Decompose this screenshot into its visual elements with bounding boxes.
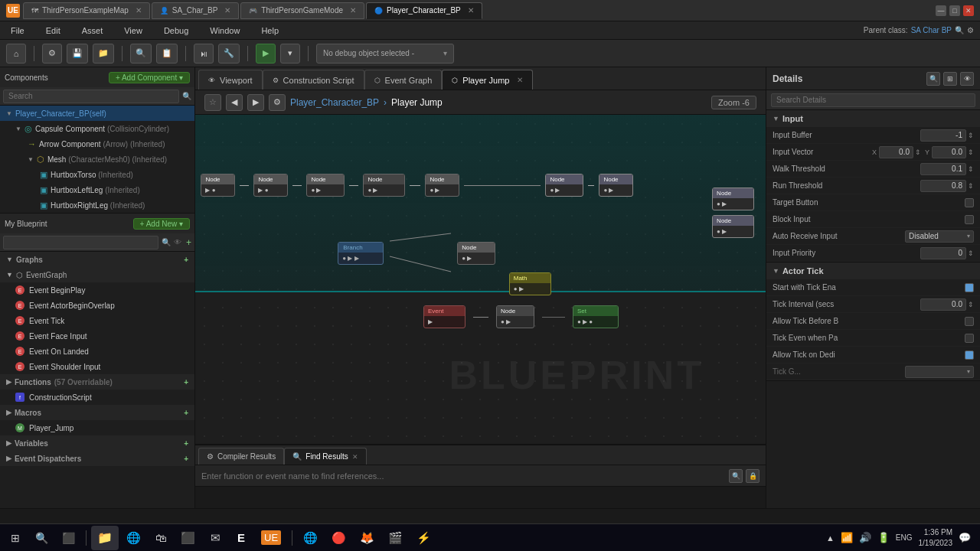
variables-section-title[interactable]: ▶ Variables + bbox=[0, 435, 194, 451]
favorite-button[interactable]: ☆ bbox=[204, 94, 221, 111]
self-item[interactable]: ▼ Player_Character_BP(self) bbox=[0, 106, 194, 121]
find-button[interactable]: 🔍 bbox=[130, 44, 152, 64]
arrow-component-item[interactable]: → Arrow Component (Arrow) (Inherited) bbox=[0, 136, 194, 152]
rt-spinner[interactable]: ⇕ bbox=[968, 182, 974, 190]
blueprint-settings[interactable]: 📋 bbox=[156, 44, 178, 64]
node-right-1[interactable]: Node ● ▶ bbox=[712, 187, 754, 210]
tick-paused-checkbox[interactable] bbox=[965, 334, 974, 343]
tab-gm-close[interactable]: ✕ bbox=[350, 6, 356, 15]
node-1[interactable]: Node ▶ ● bbox=[201, 174, 235, 197]
mac-add-icon[interactable]: + bbox=[184, 409, 188, 417]
settings-button[interactable]: ⚙ bbox=[269, 94, 286, 111]
start-tick-checkbox[interactable] bbox=[965, 283, 974, 292]
chrome-btn[interactable]: 🌐 bbox=[297, 526, 324, 550]
browse-button[interactable]: 📁 bbox=[93, 44, 114, 64]
tick-dedicated-checkbox[interactable] bbox=[965, 350, 974, 360]
node-3[interactable]: Node ● ▶ bbox=[306, 174, 345, 197]
blueprint-canvas[interactable]: Node ▶ ● Node ▶ ● Node ● ▶ bbox=[195, 115, 766, 444]
menu-debug[interactable]: Debug bbox=[159, 24, 193, 37]
tab-map[interactable]: 🗺 ThirdPersonExampleMap ✕ bbox=[23, 2, 150, 19]
block-input-checkbox[interactable] bbox=[965, 215, 974, 224]
y-spinner[interactable]: ⇕ bbox=[968, 148, 974, 156]
ff-btn[interactable]: 🦊 bbox=[354, 526, 381, 550]
mybp-search-input[interactable] bbox=[3, 236, 158, 249]
node-lower-3[interactable]: Set ● ▶ ● bbox=[573, 305, 619, 328]
browser-btn[interactable]: 🌐 bbox=[120, 526, 147, 550]
event-shoulder-item[interactable]: E Event Shoulder Input bbox=[0, 359, 194, 374]
auto-receive-dropdown[interactable]: Disabled ▾ bbox=[905, 230, 974, 243]
var-add-icon[interactable]: + bbox=[184, 439, 188, 448]
details-search-icon[interactable]: 🔍 bbox=[926, 72, 940, 86]
mesh-item[interactable]: ▼ ⬡ Mesh (CharacterMesh0) (Inherited) bbox=[0, 152, 194, 167]
menu-edit[interactable]: Edit bbox=[41, 24, 65, 37]
details-grid-icon[interactable]: ⊞ bbox=[943, 72, 957, 86]
add-new-button[interactable]: + Add New ▾ bbox=[133, 218, 190, 230]
ue4-btn[interactable]: UE bbox=[255, 526, 287, 550]
hurtbox-torso-item[interactable]: ▣ HurtboxTorso (Inherited) bbox=[0, 167, 194, 182]
menu-help[interactable]: Help bbox=[256, 24, 283, 37]
find-tab-close[interactable]: ✕ bbox=[352, 453, 358, 461]
close-button[interactable]: ✕ bbox=[963, 5, 974, 16]
input-priority-field[interactable] bbox=[920, 247, 966, 259]
menu-view[interactable]: View bbox=[119, 24, 147, 37]
find-lock-icon[interactable]: 🔒 bbox=[746, 469, 760, 483]
save-button[interactable]: 💾 bbox=[67, 44, 88, 64]
node-right-2[interactable]: Node ● ▶ bbox=[712, 215, 754, 238]
component-search-input[interactable] bbox=[3, 90, 179, 103]
menu-asset[interactable]: Asset bbox=[77, 24, 108, 37]
pj-tab-close[interactable]: ✕ bbox=[517, 76, 523, 84]
mail-btn[interactable]: ✉ bbox=[203, 526, 227, 550]
input-section-header[interactable]: ▼ Input bbox=[766, 110, 980, 127]
mybp-eye-icon[interactable]: 👁 bbox=[174, 238, 181, 246]
play-button[interactable]: ▶ bbox=[256, 44, 276, 64]
ip-spinner[interactable]: ⇕ bbox=[968, 249, 974, 257]
windows-explorer-btn[interactable]: 📁 bbox=[91, 526, 119, 550]
epic-launcher-btn[interactable]: E bbox=[229, 526, 253, 550]
sim-button[interactable]: ⏯ bbox=[194, 44, 214, 64]
parent-class-settings-icon[interactable]: ⚙ bbox=[967, 26, 974, 34]
node-4[interactable]: Node ● ▶ bbox=[363, 174, 405, 197]
expand-icon[interactable]: ▲ bbox=[826, 533, 835, 543]
extra-dropdown[interactable]: ▾ bbox=[905, 366, 974, 378]
ps-btn[interactable]: 🔴 bbox=[325, 526, 352, 550]
compile-button[interactable]: ⚙ bbox=[42, 44, 62, 64]
forward-button[interactable]: ▶ bbox=[247, 94, 264, 111]
macros-section-title[interactable]: ▶ Macros + bbox=[0, 405, 194, 420]
find-references-input[interactable] bbox=[201, 471, 729, 481]
ti-spinner[interactable]: ⇕ bbox=[968, 301, 974, 308]
menu-window[interactable]: Window bbox=[205, 24, 244, 37]
tab-pc-close[interactable]: ✕ bbox=[468, 6, 474, 15]
allow-tick-before-checkbox[interactable] bbox=[965, 317, 974, 326]
debug-filter[interactable]: 🔧 bbox=[218, 44, 240, 64]
debug-object-select[interactable]: No debug object selected - ▾ bbox=[316, 44, 454, 64]
maximize-button[interactable]: □ bbox=[949, 5, 960, 16]
tab-viewport[interactable]: 👁 Viewport bbox=[198, 70, 263, 90]
input-buffer-spinner[interactable]: ⇕ bbox=[968, 132, 974, 139]
event-tick-item[interactable]: E Event Tick bbox=[0, 313, 194, 328]
node-mid-1[interactable]: Branch ● ▶ ▶ bbox=[338, 242, 384, 265]
vlc-btn[interactable]: 🎬 bbox=[382, 526, 409, 550]
construction-script-item[interactable]: f ConstructionScript bbox=[0, 390, 194, 405]
player-jump-macro-item[interactable]: M Player_Jump bbox=[0, 420, 194, 435]
ue-launcher2[interactable]: ⚡ bbox=[410, 526, 437, 550]
event-graph-header[interactable]: ▼ ⬡ EventGraph bbox=[0, 267, 194, 282]
node-2[interactable]: Node ▶ ● bbox=[253, 174, 288, 197]
functions-section-title[interactable]: ▶ Functions (57 Overridable) + bbox=[0, 374, 194, 390]
dispatchers-section-title[interactable]: ▶ Event Dispatchers + bbox=[0, 451, 194, 466]
node-yellow[interactable]: Math ● ▶ bbox=[509, 272, 551, 295]
input-vector-y[interactable] bbox=[932, 146, 966, 158]
hurtbox-left-item[interactable]: ▣ HurtboxLeftLeg (Inherited) bbox=[0, 182, 194, 197]
tab-find-results[interactable]: 🔍 Find Results ✕ bbox=[284, 448, 367, 465]
node-lower-2[interactable]: Node ● ▶ bbox=[496, 305, 534, 328]
disp-add-icon[interactable]: + bbox=[184, 455, 188, 463]
tab-player-jump[interactable]: ⬡ Player Jump ✕ bbox=[442, 70, 533, 90]
bc-blueprint-link[interactable]: Player_Character_BP bbox=[290, 97, 379, 108]
tick-interval-field[interactable] bbox=[920, 298, 966, 311]
input-vector-x[interactable] bbox=[879, 146, 913, 158]
time-block[interactable]: 1:36 PM 1/19/2023 bbox=[919, 527, 953, 549]
actor-tick-header[interactable]: ▼ Actor Tick bbox=[766, 262, 980, 279]
notification-icon[interactable]: 💬 bbox=[959, 532, 971, 543]
search-button[interactable]: 🔍 bbox=[29, 526, 54, 550]
tab-sa-close[interactable]: ✕ bbox=[224, 6, 230, 15]
node-7[interactable]: Node ● ▶ bbox=[599, 174, 633, 197]
